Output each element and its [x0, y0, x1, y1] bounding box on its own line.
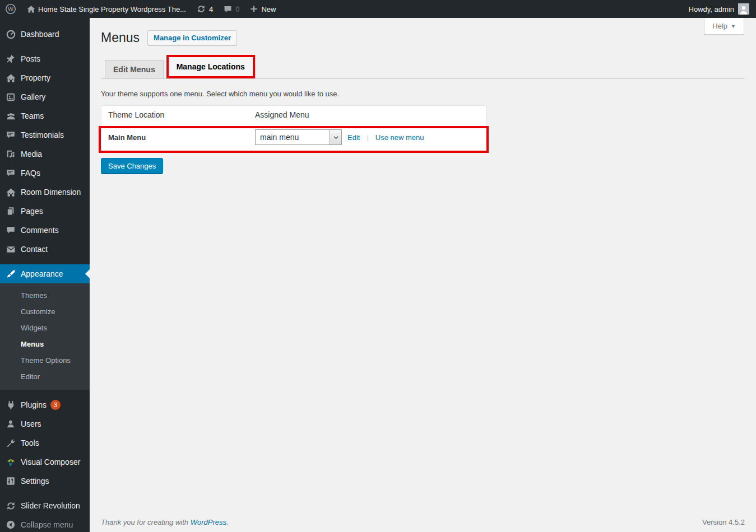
save-changes-button[interactable]: Save Changes — [101, 158, 163, 174]
admin-sidebar: Dashboard Posts Property Gallery Teams — [0, 18, 90, 532]
comment-bubble-icon — [5, 225, 16, 236]
menu-separator — [0, 259, 90, 264]
sidebar-item-pages[interactable]: Pages — [0, 202, 90, 221]
pushpin-icon — [5, 53, 16, 64]
edit-menu-link[interactable]: Edit — [347, 133, 360, 142]
collapse-menu-button[interactable]: Collapse menu — [0, 515, 90, 532]
sidebar-item-visual-composer[interactable]: Visual Composer — [0, 452, 90, 472]
submenu-item-theme-options[interactable]: Theme Options — [0, 352, 90, 368]
avatar — [738, 3, 749, 15]
appearance-submenu: Themes Customize Widgets Menus Theme Opt… — [0, 283, 90, 390]
svg-text:W: W — [8, 6, 13, 12]
sidebar-item-tools[interactable]: Tools — [0, 433, 90, 452]
sidebar-item-testimonials[interactable]: Testimonials — [0, 125, 90, 144]
selected-menu-value: main menu — [256, 130, 330, 144]
plus-icon — [249, 4, 258, 13]
house-icon — [5, 186, 16, 198]
link-separator: | — [367, 133, 368, 142]
sidebar-item-gallery[interactable]: Gallery — [0, 87, 90, 106]
sidebar-item-posts[interactable]: Posts — [0, 49, 90, 68]
visual-composer-icon — [5, 456, 16, 468]
menu-locations-table: Theme Location Assigned Menu Main Menu m… — [101, 105, 486, 151]
sidebar-item-users[interactable]: Users — [0, 414, 90, 433]
assigned-menu-select[interactable]: main menu — [255, 129, 342, 145]
page-title: Menus — [101, 30, 140, 46]
settings-sliders-icon — [5, 475, 16, 487]
comments-link[interactable]: 0 — [218, 0, 244, 18]
submenu-item-widgets[interactable]: Widgets — [0, 320, 90, 336]
plugin-icon — [5, 399, 16, 410]
help-label: Help — [712, 22, 727, 30]
sidebar-item-comments[interactable]: Comments — [0, 221, 90, 240]
help-tab[interactable]: Help ▼ — [704, 18, 744, 35]
updates-icon — [196, 4, 206, 14]
plugins-update-badge: 3 — [50, 400, 61, 410]
comment-bubble-icon — [223, 4, 233, 14]
wrench-icon — [5, 437, 16, 449]
circular-arrows-icon — [5, 500, 16, 511]
site-title: Home State Single Property Wordpress The… — [38, 5, 186, 13]
column-header-assigned-menu: Assigned Menu — [255, 110, 486, 119]
sidebar-item-teams[interactable]: Teams — [0, 106, 90, 125]
submenu-item-customize[interactable]: Customize — [0, 304, 90, 320]
menu-separator — [0, 44, 90, 49]
sidebar-item-appearance[interactable]: Appearance — [0, 264, 90, 283]
wordpress-logo-button[interactable]: W — [0, 0, 21, 18]
submenu-item-themes[interactable]: Themes — [0, 287, 90, 304]
new-label: New — [261, 5, 276, 13]
admin-bar: W Home State Single Property Wordpress T… — [0, 0, 756, 18]
select-chevron-icon — [330, 130, 341, 144]
paintbrush-icon — [5, 268, 16, 279]
location-name: Main Menu — [101, 133, 255, 142]
envelope-icon — [5, 244, 16, 255]
pages-icon — [5, 206, 16, 217]
manage-in-customizer-button[interactable]: Manage in Customizer — [147, 30, 237, 45]
account-menu[interactable]: Howdy, admin — [682, 3, 756, 15]
groups-icon — [5, 110, 16, 122]
wordpress-logo-icon: W — [5, 3, 16, 15]
gallery-icon — [5, 91, 16, 102]
column-header-theme-location: Theme Location — [101, 110, 255, 119]
media-icon — [5, 148, 16, 160]
sidebar-item-room-dimension[interactable]: Room Dimension — [0, 183, 90, 202]
sidebar-item-media[interactable]: Media — [0, 144, 90, 164]
table-header-row: Theme Location Assigned Menu — [101, 106, 486, 124]
theme-menu-description: Your theme supports one menu. Select whi… — [101, 90, 745, 98]
use-new-menu-link[interactable]: Use new menu — [375, 133, 424, 142]
table-row: Main Menu main menu Edit | Use new menu — [101, 124, 486, 151]
nav-tab-wrapper: Edit Menus Manage Locations — [101, 55, 745, 79]
updates-link[interactable]: 4 — [191, 0, 218, 18]
tab-edit-menus[interactable]: Edit Menus — [105, 60, 164, 78]
footer: Thank you for creating with WordPress. V… — [101, 518, 745, 526]
site-name-link[interactable]: Home State Single Property Wordpress The… — [21, 0, 191, 18]
sidebar-item-property[interactable]: Property — [0, 68, 90, 87]
sidebar-item-contact[interactable]: Contact — [0, 240, 90, 259]
footer-thanks-text: Thank you for creating with WordPress. — [101, 518, 229, 526]
user-icon — [5, 418, 16, 430]
faq-bubble-icon — [5, 167, 16, 179]
house-icon — [5, 72, 16, 83]
wordpress-link[interactable]: WordPress — [191, 518, 226, 526]
testimonial-icon — [5, 129, 16, 141]
comments-count: 0 — [235, 5, 239, 13]
chevron-down-icon: ▼ — [731, 24, 736, 29]
sidebar-item-dashboard[interactable]: Dashboard — [0, 25, 90, 44]
collapse-arrow-icon — [5, 519, 16, 530]
new-content-link[interactable]: New — [244, 0, 281, 18]
sidebar-item-settings[interactable]: Settings — [0, 472, 90, 491]
howdy-text: Howdy, admin — [689, 5, 734, 13]
submenu-item-editor[interactable]: Editor — [0, 368, 90, 385]
home-icon — [26, 4, 36, 14]
main-content: Help ▼ Menus Manage in Customizer Edit M… — [90, 18, 756, 532]
submenu-item-menus[interactable]: Menus — [0, 336, 90, 352]
sidebar-item-faqs[interactable]: FAQs — [0, 164, 90, 183]
tab-manage-locations[interactable]: Manage Locations — [166, 55, 255, 78]
menu-separator — [0, 390, 90, 395]
version-text: Version 4.5.2 — [702, 518, 745, 526]
updates-count: 4 — [209, 5, 213, 13]
sidebar-item-plugins[interactable]: Plugins 3 — [0, 395, 90, 414]
sidebar-item-slider-revolution[interactable]: Slider Revolution — [0, 496, 90, 515]
dashboard-icon — [5, 29, 16, 40]
menu-separator — [0, 491, 90, 496]
